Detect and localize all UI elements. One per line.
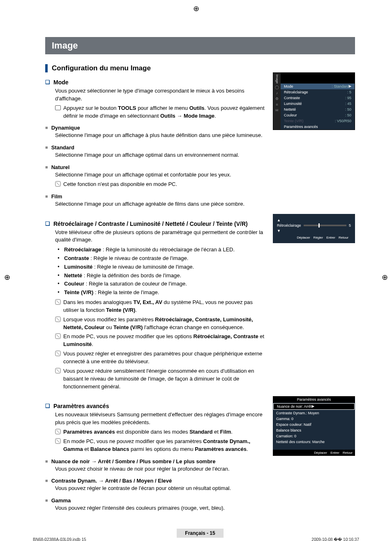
note-icon bbox=[55, 181, 61, 187]
heading-accent-bar bbox=[45, 64, 48, 72]
note-line: Dans les modes analogiques TV, Ext., AV … bbox=[55, 299, 267, 314]
grey-square-icon: ■ bbox=[45, 165, 48, 170]
naturel-note: Cette fonction n'est pas disponible en m… bbox=[55, 181, 267, 188]
dynam-desc: Vous pouvez régler le contraste de l'écr… bbox=[55, 485, 267, 492]
grey-square-icon: ■ bbox=[45, 125, 48, 131]
svg-line-1 bbox=[57, 182, 60, 185]
note-icon bbox=[55, 299, 61, 305]
list-item: Couleur : Règle la saturation de couleur… bbox=[55, 280, 267, 288]
svg-line-11 bbox=[57, 369, 60, 372]
dynamique-desc: Sélectionne l'image pour un affichage à … bbox=[55, 132, 267, 139]
section-title: Configuration du menu Image bbox=[52, 64, 151, 72]
nuance-desc: Vous pouvez choisir le niveau de noir po… bbox=[55, 465, 267, 473]
subsection-adjust: ❏ Rétroéclairage / Contraste / Luminosit… bbox=[45, 221, 267, 227]
osd-row: Carnation: 0 bbox=[273, 433, 355, 439]
mode-intro: Vous pouvez sélectionner le type d'image… bbox=[55, 87, 267, 103]
sub-nuance: ■ Nuance de noir → Arrêt / Sombre / Plus… bbox=[45, 458, 267, 464]
note-icon bbox=[55, 429, 61, 434]
osd-row: Balance blancs bbox=[273, 427, 355, 433]
page-number-box: Français - 15 bbox=[45, 529, 355, 538]
svg-line-3 bbox=[57, 301, 60, 304]
sub-dynamique: ■ Dynamique bbox=[45, 125, 267, 131]
sub-standard: ■ Standard bbox=[45, 144, 267, 151]
list-item: Netteté : Règle la définition des bords … bbox=[55, 272, 267, 280]
advanced-note2: En mode PC, vous ne pouvez modifier que … bbox=[55, 438, 267, 453]
standard-desc: Sélectionne l'image pour un affichage op… bbox=[55, 151, 267, 159]
osd-row: Couleur: 50 bbox=[281, 112, 355, 118]
page-title-bar: Image bbox=[45, 37, 355, 54]
registration-mark-icon: ⊕ bbox=[193, 4, 199, 13]
note-line: Vous pouvez régler et enregistrer des pa… bbox=[55, 350, 267, 366]
subsection-advanced: ❏ Paramètres avancés bbox=[45, 403, 267, 409]
svg-line-7 bbox=[57, 335, 60, 338]
grey-square-icon: ■ bbox=[45, 145, 48, 151]
advanced-intro: Les nouveaux téléviseurs Samsung permett… bbox=[55, 411, 267, 427]
osd-row: Teinte (V/R): V50/R50 bbox=[281, 118, 355, 124]
osd-row: Paramètres avancés bbox=[281, 124, 355, 130]
grey-square-icon: ■ bbox=[45, 194, 48, 200]
svg-line-13 bbox=[57, 430, 60, 433]
section-heading: Configuration du menu Image bbox=[45, 64, 355, 72]
registration-mark-icon: ⊕ bbox=[382, 273, 388, 282]
note-icon bbox=[55, 438, 61, 444]
osd-row: Luminosité: 45 bbox=[281, 101, 355, 107]
osd-row: Contraste Dynam.: Moyen bbox=[273, 410, 355, 416]
osd-row: Netteté: 50 bbox=[281, 107, 355, 112]
sub-naturel: ■ Naturel bbox=[45, 164, 267, 170]
tools-icon bbox=[55, 105, 61, 110]
osd-row: Mode: Standard▶ bbox=[281, 84, 355, 89]
page-number: Français - 15 bbox=[177, 529, 223, 538]
osd-row: Rétroéclairage: 5 bbox=[281, 89, 355, 95]
sub-film: ■ Film bbox=[45, 193, 267, 200]
grey-square-icon: ■ bbox=[45, 498, 48, 504]
osd-row: Contraste: 95 bbox=[281, 95, 355, 101]
osd-slider-screenshot: ▲ Rétroéclairage 5 ▼ DéplacerRéglerEntre… bbox=[273, 214, 355, 243]
grey-square-icon: ■ bbox=[45, 459, 48, 464]
subsection-title: Rétroéclairage / Contraste / Luminosité … bbox=[53, 221, 248, 227]
footer-filename: BN68-02388A-03L09.indb 15 bbox=[33, 537, 86, 541]
film-desc: Sélectionne l'image pour un affichage ag… bbox=[55, 200, 267, 208]
sub-dynam: ■ Contraste Dynam. → Arrêt / Bas / Moyen… bbox=[45, 478, 267, 484]
note-icon bbox=[55, 333, 61, 339]
osd-row: Nuance de noir: Arrêt▶ bbox=[273, 403, 355, 410]
osd-row: Netteté des contours: Marche bbox=[273, 439, 355, 445]
note-line: En mode PC, vous ne pouvez modifier que … bbox=[55, 333, 267, 348]
osd-row: Gamma: 0 bbox=[273, 416, 355, 422]
list-item: Luminosité : Règle le niveau de luminosi… bbox=[55, 263, 267, 272]
gamma-desc: Vous pouvez régler l'intensité des coule… bbox=[55, 504, 267, 512]
osd-category-icons: Image ◯♪⚙≡✉ bbox=[273, 73, 281, 130]
square-bullet-icon: ❏ bbox=[45, 79, 50, 86]
list-item: Teinte (V/R) : Règle la teinte de l'imag… bbox=[55, 288, 267, 297]
svg-line-9 bbox=[57, 352, 60, 355]
square-bullet-icon: ❏ bbox=[45, 221, 50, 227]
square-bullet-icon: ❏ bbox=[45, 403, 50, 409]
osd-mode-screenshot: Image ◯♪⚙≡✉ Mode: Standard▶ Rétroéclaira… bbox=[273, 72, 355, 130]
page-title: Image bbox=[52, 40, 78, 51]
list-item: Contraste : Règle le niveau de contraste… bbox=[55, 254, 267, 263]
adjust-intro: Votre téléviseur offre de plusieurs opti… bbox=[55, 229, 267, 244]
note-icon bbox=[55, 368, 61, 374]
naturel-desc: Sélectionne l'image pour un affichage op… bbox=[55, 171, 267, 179]
registration-mark-icon: ⊕ bbox=[4, 273, 10, 282]
footer-timestamp: 2009-10-08 �� 10:16:37 bbox=[311, 537, 359, 541]
subsection-title: Paramètres avancés bbox=[53, 403, 109, 409]
list-item: Rétroéclairage : Règle la luminosité du … bbox=[55, 246, 267, 254]
advanced-note1: Paramètres avancés est disponible dans l… bbox=[55, 428, 267, 436]
note-icon bbox=[55, 351, 61, 356]
note-line: Lorsque vous modifiez les paramètres Rét… bbox=[55, 316, 267, 332]
sub-gamma: ■ Gamma bbox=[45, 497, 267, 504]
subsection-mode: ❏ Mode bbox=[45, 79, 267, 86]
adjust-bullet-list: Rétroéclairage : Règle la luminosité du … bbox=[55, 246, 267, 297]
page-container: Image Configuration du menu Image ❏ Mode… bbox=[0, 0, 392, 541]
note-icon bbox=[55, 316, 61, 322]
osd-row: Espace couleur: Natif bbox=[273, 422, 355, 427]
svg-line-5 bbox=[57, 318, 60, 320]
print-footer: BN68-02388A-03L09.indb 15 2009-10-08 �� … bbox=[0, 537, 392, 541]
subsection-title: Mode bbox=[53, 79, 69, 86]
tools-text: Appuyez sur le bouton TOOLS pour affiche… bbox=[63, 104, 267, 120]
osd-advanced-screenshot: Paramètres avancés Nuance de noir: Arrêt… bbox=[273, 396, 355, 456]
grey-square-icon: ■ bbox=[45, 478, 48, 484]
svg-line-15 bbox=[57, 439, 60, 442]
tools-note: Appuyez sur le bouton TOOLS pour affiche… bbox=[55, 104, 267, 120]
note-line: Vous pouvez réduire sensiblement l'énerg… bbox=[55, 367, 267, 391]
